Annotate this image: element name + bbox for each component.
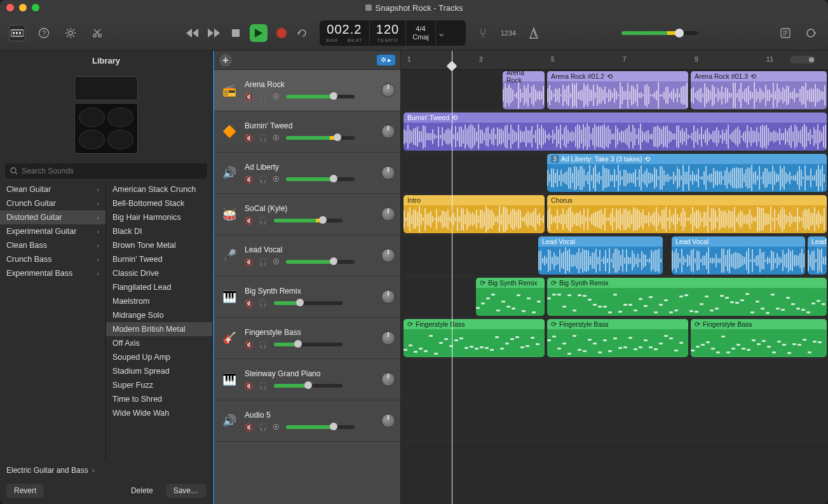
pan-knob[interactable] xyxy=(381,125,395,139)
lcd-display[interactable]: 002.2BARBEAT 120TEMPO 4/4Cmaj ⌄ xyxy=(320,20,466,46)
library-toggle-button[interactable] xyxy=(9,25,25,41)
search-field[interactable] xyxy=(5,163,207,179)
library-category[interactable]: Distorted Guitar› xyxy=(0,210,105,224)
input-monitor-icon[interactable]: ⦿ xyxy=(273,134,280,142)
record-button[interactable] xyxy=(274,25,289,41)
library-preset[interactable]: Modern British Metal xyxy=(106,322,212,336)
track-lane[interactable]: ⟳ Fingerstyle Bass⟳ Fingerstyle Bass⟳ Fi… xyxy=(401,318,828,359)
library-presets[interactable]: American Stack CrunchBell-Bottomed Stack… xyxy=(106,182,212,461)
library-category[interactable]: Experimental Guitar› xyxy=(0,224,105,238)
library-category[interactable]: Clean Bass› xyxy=(0,238,105,252)
track-lane[interactable]: 3 Ad Liberty: Take 3 (3 takes) ⟲ xyxy=(401,153,828,194)
library-preset[interactable]: Stadium Spread xyxy=(106,364,212,378)
library-preset[interactable]: Souped Up Amp xyxy=(106,350,212,364)
track-header[interactable]: 🥁SoCal (Kyle)🔇🎧 xyxy=(214,194,400,235)
library-preset[interactable]: Wide Wide Wah xyxy=(106,406,212,420)
mute-icon[interactable]: 🔇 xyxy=(245,341,254,349)
delete-button[interactable]: Delete xyxy=(123,484,161,498)
master-volume-slider[interactable] xyxy=(621,31,698,35)
arrange-area[interactable]: 1357911 Arena RockArena Rock #01.2 ⟲Aren… xyxy=(401,51,828,504)
region[interactable]: ⟳ Big Synth Remix xyxy=(476,278,545,316)
track-header[interactable]: 🔊Ad Liberty🔇🎧⦿ xyxy=(214,153,400,194)
mute-icon[interactable]: 🔇 xyxy=(245,299,254,308)
window-zoom[interactable] xyxy=(32,4,39,11)
region[interactable]: ⟳ Fingerstyle Bass xyxy=(404,319,545,357)
library-preset[interactable]: Super Fuzz xyxy=(106,378,212,392)
track-lane[interactable]: Lead VocalLead VocalLead xyxy=(401,235,828,276)
track-lane[interactable]: IntroChorus xyxy=(401,194,828,235)
region[interactable]: Intro xyxy=(404,195,545,233)
headphones-icon[interactable]: 🎧 xyxy=(259,93,268,101)
metronome-button[interactable] xyxy=(526,25,542,41)
headphones-icon[interactable]: 🎧 xyxy=(259,134,268,142)
mute-icon[interactable]: 🔇 xyxy=(245,175,254,184)
cycle-button[interactable] xyxy=(295,25,311,41)
headphones-icon[interactable]: 🎧 xyxy=(259,423,268,432)
headphones-icon[interactable]: 🎧 xyxy=(259,382,268,390)
track-lane[interactable]: ⟳ Big Synth Remix⟳ Big Synth Remix xyxy=(401,276,828,318)
library-category[interactable]: Clean Guitar› xyxy=(0,182,105,196)
mute-icon[interactable]: 🔇 xyxy=(245,93,254,101)
library-preset[interactable]: Big Hair Harmonics xyxy=(106,210,212,224)
library-category[interactable]: Experimental Bass› xyxy=(0,266,105,280)
revert-button[interactable]: Revert xyxy=(6,484,44,498)
library-categories[interactable]: Clean Guitar›Crunch Guitar›Distorted Gui… xyxy=(0,182,106,461)
region[interactable]: ⟳ Fingerstyle Bass xyxy=(691,319,827,357)
track-header[interactable]: 🔶Burnin' Tweed🔇🎧⦿ xyxy=(214,111,400,153)
add-track-button[interactable]: + xyxy=(219,54,232,67)
settings-button[interactable] xyxy=(62,25,79,41)
loop-browser-button[interactable] xyxy=(803,25,819,41)
library-preset[interactable]: Time to Shred xyxy=(106,392,212,406)
pan-knob[interactable] xyxy=(381,249,395,262)
stop-button[interactable] xyxy=(228,25,243,41)
region[interactable]: ⟳ Fingerstyle Bass xyxy=(547,319,688,357)
search-input[interactable] xyxy=(22,167,202,175)
window-close[interactable] xyxy=(6,4,14,11)
mute-icon[interactable]: 🔇 xyxy=(245,134,254,142)
region[interactable]: Arena Rock xyxy=(503,71,545,109)
mute-icon[interactable]: 🔇 xyxy=(245,382,254,390)
track-volume-slider[interactable] xyxy=(274,384,343,388)
headphones-icon[interactable]: 🎧 xyxy=(259,258,268,266)
lcd-menu[interactable]: ⌄ xyxy=(436,20,447,46)
library-preset[interactable]: Maelstrom xyxy=(106,294,212,308)
track-header[interactable]: 🔊Audio 5🔇🎧⦿ xyxy=(214,400,400,442)
headphones-icon[interactable]: 🎧 xyxy=(259,341,268,349)
library-preset[interactable]: American Stack Crunch xyxy=(106,182,212,196)
input-monitor-icon[interactable]: ⦿ xyxy=(273,175,280,184)
library-preset[interactable]: Midrange Solo xyxy=(106,308,212,322)
scissors-button[interactable] xyxy=(89,25,105,41)
pan-knob[interactable] xyxy=(381,166,395,180)
input-monitor-icon[interactable]: ⦿ xyxy=(273,93,280,101)
region[interactable]: Lead Vocal xyxy=(672,236,805,275)
tuner-button[interactable] xyxy=(475,25,491,41)
track-volume-slider[interactable] xyxy=(286,95,355,99)
input-monitor-icon[interactable]: ⦿ xyxy=(273,258,280,266)
library-preset[interactable]: Black DI xyxy=(106,224,212,238)
pan-knob[interactable] xyxy=(381,414,395,428)
track-header[interactable]: 🎤Lead Vocal🔇🎧⦿ xyxy=(214,235,400,276)
notepad-button[interactable] xyxy=(777,25,794,41)
region[interactable]: 3 Ad Liberty: Take 3 (3 takes) ⟲ xyxy=(547,154,827,192)
track-lane[interactable]: Arena RockArena Rock #01.2 ⟲Arena Rock #… xyxy=(401,70,828,111)
track-lane[interactable]: Burnin' Tweed ⟲ xyxy=(401,111,828,153)
region[interactable]: ⟳ Big Synth Remix xyxy=(547,278,827,316)
headphones-icon[interactable]: 🎧 xyxy=(259,217,268,225)
region[interactable]: Burnin' Tweed ⟲ xyxy=(404,112,827,151)
library-preset[interactable]: Bell-Bottomed Stack xyxy=(106,196,212,210)
track-volume-slider[interactable] xyxy=(286,136,355,140)
region[interactable]: Arena Rock #01.2 ⟲ xyxy=(547,71,688,109)
library-preset[interactable]: Flangilated Lead xyxy=(106,280,212,294)
pan-knob[interactable] xyxy=(381,372,395,386)
track-volume-slider[interactable] xyxy=(286,260,355,264)
playhead[interactable] xyxy=(452,51,452,504)
quick-help-button[interactable]: ? xyxy=(36,25,52,41)
library-preset[interactable]: Classic Drive xyxy=(106,266,212,280)
play-button[interactable] xyxy=(250,24,268,42)
save-button[interactable]: Save… xyxy=(166,484,206,498)
track-volume-slider[interactable] xyxy=(286,425,355,429)
region[interactable]: Chorus xyxy=(547,195,827,233)
headphones-icon[interactable]: 🎧 xyxy=(259,175,268,184)
count-in-button[interactable]: 1234 xyxy=(500,25,517,41)
library-category[interactable]: Crunch Bass› xyxy=(0,252,105,266)
